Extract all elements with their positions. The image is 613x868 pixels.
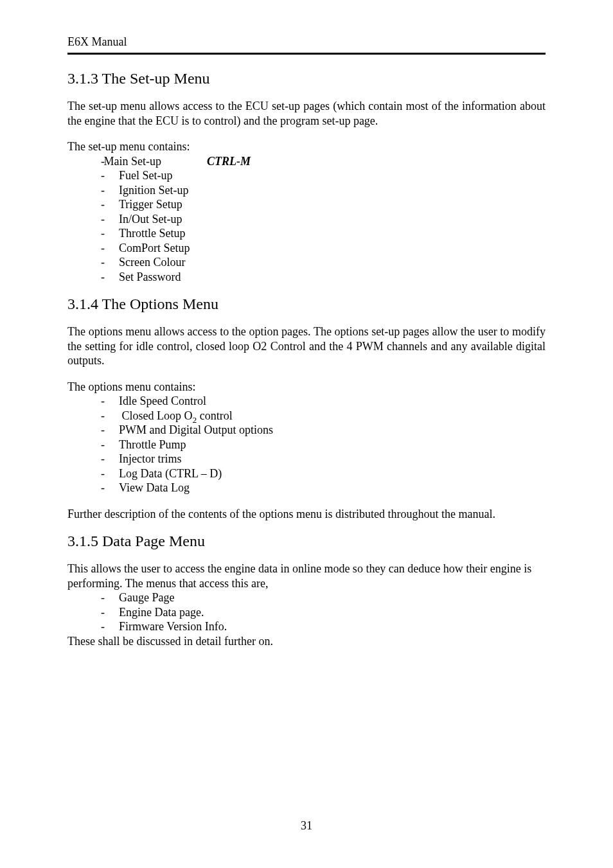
list-item: PWM and Digital Output options [67, 423, 546, 438]
list-item-label: PWM and Digital Output options [119, 423, 273, 436]
list-item-label: Firmware Version Info. [119, 620, 227, 633]
list-item-shortcut: CTRL-M [207, 155, 251, 168]
options-list-intro: The options menu contains: [67, 380, 546, 394]
list-item: ComPort Setup [67, 241, 546, 256]
list-item-label: Engine Data page. [119, 606, 204, 619]
list-item: Closed Loop O2 control [67, 409, 546, 423]
heading-data-page-menu: 3.1.5 Data Page Menu [67, 533, 546, 550]
list-item-label: Injector trims [119, 452, 181, 465]
list-item: In/Out Set-up [67, 212, 546, 227]
list-item: Screen Colour [67, 255, 546, 270]
paragraph-options-intro: The options menu allows access to the op… [67, 324, 546, 368]
list-item: Trigger Setup [67, 197, 546, 212]
options-list: Idle Speed Control Closed Loop O2 contro… [67, 394, 546, 495]
list-item: Idle Speed Control [67, 394, 546, 409]
paragraph-datapage-intro: This allows the user to access the engin… [67, 562, 546, 590]
list-item-label-post: control [197, 409, 233, 422]
paragraph-setup-intro: The set-up menu allows access to the ECU… [67, 99, 546, 128]
list-item-label: Main Set-up [122, 154, 204, 169]
running-header: E6X Manual [67, 35, 546, 49]
paragraph-options-outro: Further description of the contents of t… [67, 507, 546, 522]
heading-setup-menu: 3.1.3 The Set-up Menu [67, 70, 546, 87]
setup-list: Main Set-up CTRL-M Fuel Set-up Ignition … [67, 154, 546, 285]
list-item-label: In/Out Set-up [119, 213, 182, 226]
page: E6X Manual 3.1.3 The Set-up Menu The set… [0, 0, 613, 868]
page-number: 31 [0, 819, 613, 833]
list-item: Throttle Pump [67, 438, 546, 452]
list-item: Set Password [67, 270, 546, 285]
datapage-list: Gauge Page Engine Data page. Firmware Ve… [67, 590, 546, 634]
list-item: Engine Data page. [67, 605, 546, 620]
setup-list-intro: The set-up menu contains: [67, 139, 546, 154]
list-item-label: Throttle Pump [119, 438, 186, 451]
list-item: View Data Log [67, 481, 546, 495]
list-item-label: Idle Speed Control [119, 394, 206, 407]
list-item: Throttle Setup [67, 226, 546, 241]
list-item-label: Fuel Set-up [119, 169, 173, 182]
list-item-label: Trigger Setup [119, 198, 182, 211]
list-item: Main Set-up CTRL-M [67, 154, 546, 169]
list-item: Log Data (CTRL – D) [67, 466, 546, 481]
paragraph-datapage-outro: These shall be discussed in detail furth… [67, 634, 546, 649]
list-item-label: Set Password [119, 270, 181, 283]
list-item: Fuel Set-up [67, 168, 546, 183]
list-item: Injector trims [67, 452, 546, 466]
list-item-label: View Data Log [119, 481, 190, 494]
list-item-label: Log Data (CTRL – D) [119, 467, 222, 480]
heading-options-menu: 3.1.4 The Options Menu [67, 296, 546, 313]
list-item-label: Ignition Set-up [119, 184, 189, 197]
list-item-label: ComPort Setup [119, 242, 190, 254]
list-item: Gauge Page [67, 590, 546, 605]
list-item-label: Throttle Setup [119, 227, 185, 240]
list-item-label: Screen Colour [119, 256, 185, 269]
list-item: Firmware Version Info. [67, 619, 546, 634]
list-item: Ignition Set-up [67, 183, 546, 198]
header-divider [67, 53, 546, 55]
list-item-label: Gauge Page [119, 591, 174, 604]
list-item-label-pre: Closed Loop O [122, 409, 193, 422]
